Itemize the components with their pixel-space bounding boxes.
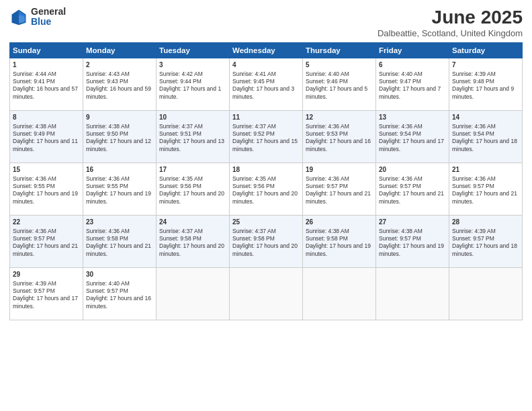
sunrise: Sunrise: 4:38 AM xyxy=(86,123,130,130)
day-number: 20 xyxy=(379,165,446,175)
daylight: Daylight: 17 hours and 19 minutes. xyxy=(13,190,78,204)
calendar-cell: 6Sunrise: 4:40 AMSunset: 9:47 PMDaylight… xyxy=(376,58,449,111)
sunset: Sunset: 9:58 PM xyxy=(232,235,275,242)
sunset: Sunset: 9:58 PM xyxy=(159,235,202,242)
sunset: Sunset: 9:51 PM xyxy=(159,130,202,137)
daylight: Daylight: 17 hours and 20 minutes. xyxy=(232,190,298,204)
header: General Blue June 2025 Dalbeattie, Scotl… xyxy=(9,7,523,38)
calendar-cell: 28Sunrise: 4:39 AMSunset: 9:57 PMDayligh… xyxy=(449,216,523,268)
calendar-cell: 27Sunrise: 4:38 AMSunset: 9:57 PMDayligh… xyxy=(376,216,449,268)
sunset: Sunset: 9:50 PM xyxy=(86,130,128,137)
logo-text: General Blue xyxy=(31,7,66,28)
location: Dalbeattie, Scotland, United Kingdom xyxy=(378,28,523,38)
calendar-cell: 18Sunrise: 4:35 AMSunset: 9:56 PMDayligh… xyxy=(230,163,303,216)
page: General Blue June 2025 Dalbeattie, Scotl… xyxy=(0,0,532,411)
sunrise: Sunrise: 4:41 AM xyxy=(232,71,276,77)
daylight: Daylight: 17 hours and 17 minutes. xyxy=(13,295,78,309)
day-number: 4 xyxy=(232,60,300,70)
calendar-cell: 23Sunrise: 4:36 AMSunset: 9:58 PMDayligh… xyxy=(83,216,157,268)
calendar-cell: 3Sunrise: 4:42 AMSunset: 9:44 PMDaylight… xyxy=(157,58,230,111)
day-number: 9 xyxy=(86,113,153,122)
sunrise: Sunrise: 4:36 AM xyxy=(306,123,349,130)
calendar-week-2: 15Sunrise: 4:36 AMSunset: 9:55 PMDayligh… xyxy=(10,163,523,216)
calendar-cell: 1Sunrise: 4:44 AMSunset: 9:41 PMDaylight… xyxy=(10,58,83,111)
calendar-cell xyxy=(303,268,376,320)
daylight: Daylight: 17 hours and 3 minutes. xyxy=(232,85,294,99)
day-number: 3 xyxy=(159,60,226,70)
sunset: Sunset: 9:57 PM xyxy=(452,235,494,242)
calendar-cell: 10Sunrise: 4:37 AMSunset: 9:51 PMDayligh… xyxy=(157,111,230,163)
daylight: Daylight: 17 hours and 1 minute. xyxy=(159,85,221,99)
sunset: Sunset: 9:46 PM xyxy=(306,78,348,85)
day-number: 15 xyxy=(13,165,80,175)
col-saturday: Saturday xyxy=(449,43,523,58)
sunset: Sunset: 9:45 PM xyxy=(232,78,275,85)
daylight: Daylight: 17 hours and 20 minutes. xyxy=(159,190,224,204)
sunrise: Sunrise: 4:38 AM xyxy=(13,123,56,130)
calendar-cell: 11Sunrise: 4:37 AMSunset: 9:52 PMDayligh… xyxy=(230,111,303,163)
col-monday: Monday xyxy=(83,43,157,58)
sunset: Sunset: 9:54 PM xyxy=(452,130,494,137)
logo-general-text: General xyxy=(31,7,66,17)
sunset: Sunset: 9:57 PM xyxy=(452,183,494,189)
calendar-week-0: 1Sunrise: 4:44 AMSunset: 9:41 PMDaylight… xyxy=(10,58,523,111)
calendar-cell: 9Sunrise: 4:38 AMSunset: 9:50 PMDaylight… xyxy=(83,111,157,163)
title-block: June 2025 Dalbeattie, Scotland, United K… xyxy=(378,7,523,38)
daylight: Daylight: 17 hours and 9 minutes. xyxy=(452,85,514,99)
sunset: Sunset: 9:52 PM xyxy=(232,130,275,137)
daylight: Daylight: 17 hours and 18 minutes. xyxy=(452,242,517,257)
calendar-cell xyxy=(376,268,449,320)
daylight: Daylight: 17 hours and 20 minutes. xyxy=(232,242,298,257)
calendar-week-1: 8Sunrise: 4:38 AMSunset: 9:49 PMDaylight… xyxy=(10,111,523,163)
sunset: Sunset: 9:49 PM xyxy=(13,130,55,137)
daylight: Daylight: 17 hours and 7 minutes. xyxy=(379,85,441,99)
daylight: Daylight: 17 hours and 15 minutes. xyxy=(232,138,298,152)
sunrise: Sunrise: 4:38 AM xyxy=(379,228,423,234)
daylight: Daylight: 17 hours and 21 minutes. xyxy=(306,190,371,204)
sunrise: Sunrise: 4:36 AM xyxy=(379,123,423,130)
month-title: June 2025 xyxy=(378,7,523,28)
daylight: Daylight: 16 hours and 59 minutes. xyxy=(86,85,151,99)
col-tuesday: Tuesday xyxy=(157,43,230,58)
day-number: 26 xyxy=(306,218,373,227)
calendar-cell: 13Sunrise: 4:36 AMSunset: 9:54 PMDayligh… xyxy=(376,111,449,163)
day-number: 22 xyxy=(13,218,80,227)
calendar-week-3: 22Sunrise: 4:36 AMSunset: 9:57 PMDayligh… xyxy=(10,216,523,268)
daylight: Daylight: 17 hours and 17 minutes. xyxy=(379,138,444,152)
sunset: Sunset: 9:57 PM xyxy=(379,235,421,242)
sunrise: Sunrise: 4:36 AM xyxy=(379,175,423,182)
sunset: Sunset: 9:55 PM xyxy=(86,183,128,189)
day-number: 6 xyxy=(379,60,446,70)
day-number: 27 xyxy=(379,218,446,227)
calendar-cell: 2Sunrise: 4:43 AMSunset: 9:43 PMDaylight… xyxy=(83,58,157,111)
sunset: Sunset: 9:57 PM xyxy=(306,183,348,189)
sunrise: Sunrise: 4:36 AM xyxy=(452,175,496,182)
sunrise: Sunrise: 4:37 AM xyxy=(159,123,203,130)
sunrise: Sunrise: 4:35 AM xyxy=(232,175,276,182)
daylight: Daylight: 17 hours and 16 minutes. xyxy=(306,138,371,152)
sunset: Sunset: 9:43 PM xyxy=(86,78,128,85)
day-number: 13 xyxy=(379,113,446,122)
sunrise: Sunrise: 4:39 AM xyxy=(452,228,496,234)
day-number: 24 xyxy=(159,218,226,227)
sunrise: Sunrise: 4:39 AM xyxy=(13,280,56,287)
sunset: Sunset: 9:48 PM xyxy=(452,78,494,85)
calendar-cell: 26Sunrise: 4:38 AMSunset: 9:58 PMDayligh… xyxy=(303,216,376,268)
sunset: Sunset: 9:56 PM xyxy=(232,183,275,189)
col-thursday: Thursday xyxy=(303,43,376,58)
calendar-week-4: 29Sunrise: 4:39 AMSunset: 9:57 PMDayligh… xyxy=(10,268,523,320)
calendar-table: Sunday Monday Tuesday Wednesday Thursday… xyxy=(9,42,523,320)
sunrise: Sunrise: 4:36 AM xyxy=(13,175,56,182)
sunrise: Sunrise: 4:37 AM xyxy=(232,228,276,234)
logo-blue-text: Blue xyxy=(31,17,66,27)
calendar-cell: 8Sunrise: 4:38 AMSunset: 9:49 PMDaylight… xyxy=(10,111,83,163)
calendar-cell: 14Sunrise: 4:36 AMSunset: 9:54 PMDayligh… xyxy=(449,111,523,163)
calendar-cell: 7Sunrise: 4:39 AMSunset: 9:48 PMDaylight… xyxy=(449,58,523,111)
calendar-cell: 20Sunrise: 4:36 AMSunset: 9:57 PMDayligh… xyxy=(376,163,449,216)
day-number: 2 xyxy=(86,60,153,70)
calendar-cell: 22Sunrise: 4:36 AMSunset: 9:57 PMDayligh… xyxy=(10,216,83,268)
day-number: 7 xyxy=(452,60,519,70)
sunset: Sunset: 9:56 PM xyxy=(159,183,202,189)
day-number: 18 xyxy=(232,165,300,175)
sunrise: Sunrise: 4:40 AM xyxy=(86,280,130,287)
